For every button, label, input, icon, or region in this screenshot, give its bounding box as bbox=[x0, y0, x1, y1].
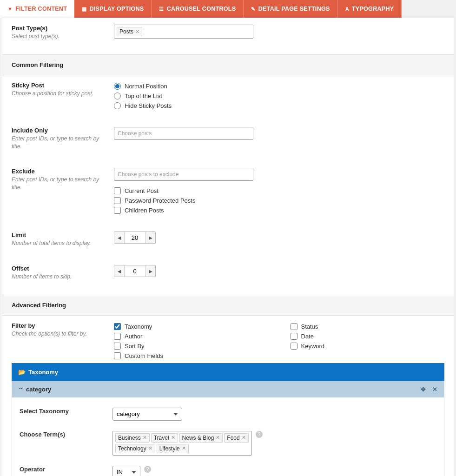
folder-icon: 📂 bbox=[18, 369, 26, 376]
taxonomy-term-header[interactable]: ﹀ category ✥ ✕ bbox=[12, 381, 444, 397]
settings-tabs: ▼ FILTER CONTENT ▦ DISPLAY OPTIONS ☰ CAR… bbox=[0, 0, 456, 18]
tab-label: DETAIL PAGE SETTINGS bbox=[258, 6, 330, 12]
sticky-option[interactable]: Top of the List bbox=[114, 93, 444, 99]
include-only-row: Include Only Enter post IDs, or type to … bbox=[2, 113, 454, 154]
limit-input[interactable] bbox=[125, 232, 145, 243]
sticky-radio-hide[interactable] bbox=[114, 102, 121, 109]
edit-icon: ✎ bbox=[251, 6, 255, 12]
term-token[interactable]: Travel✕ bbox=[151, 433, 178, 443]
filter-by-option[interactable]: Status bbox=[291, 323, 445, 330]
term-token[interactable]: News & Blog✕ bbox=[179, 433, 223, 443]
option-text: Normal Position bbox=[125, 83, 167, 90]
sticky-radio-top[interactable] bbox=[114, 93, 121, 99]
remove-term-icon[interactable]: ✕ bbox=[432, 386, 437, 393]
select-taxonomy-row: Select Taxonomy category bbox=[20, 404, 436, 427]
select-taxonomy-dropdown[interactable]: category bbox=[112, 408, 182, 421]
term-token[interactable]: Business✕ bbox=[115, 433, 150, 443]
offset-increment[interactable]: ▶ bbox=[145, 265, 155, 277]
include-input[interactable] bbox=[117, 129, 251, 138]
sticky-radio-normal[interactable] bbox=[114, 83, 121, 90]
filter-by-status[interactable] bbox=[291, 323, 297, 330]
token-remove-icon[interactable]: ✕ bbox=[171, 435, 175, 441]
exclude-current-post[interactable] bbox=[114, 187, 121, 194]
option-text: Taxonomy bbox=[125, 323, 152, 330]
option-text: Current Post bbox=[125, 187, 159, 194]
token-remove-icon[interactable]: ✕ bbox=[182, 445, 186, 451]
token-remove-icon[interactable]: ✕ bbox=[143, 435, 147, 441]
tab-display-options[interactable]: ▦ DISPLAY OPTIONS bbox=[74, 0, 152, 18]
option-text: Top of the List bbox=[125, 93, 162, 99]
taxonomy-title: Taxonomy bbox=[28, 369, 58, 376]
token-remove-icon[interactable]: ✕ bbox=[216, 435, 220, 441]
choose-terms-input[interactable]: Business✕Travel✕News & Blog✕Food✕Technol… bbox=[112, 431, 252, 456]
post-types-input[interactable]: Posts ✕ bbox=[114, 25, 253, 39]
filter-by-option[interactable]: Taxonomy bbox=[114, 323, 268, 330]
filter-by-custom-fields[interactable] bbox=[114, 352, 121, 359]
sticky-option[interactable]: Normal Position bbox=[114, 83, 444, 90]
exclude-children-posts[interactable] bbox=[114, 207, 121, 214]
filter-by-taxonomy[interactable] bbox=[114, 323, 121, 330]
term-token[interactable]: Technology✕ bbox=[115, 444, 155, 453]
token-remove-icon[interactable]: ✕ bbox=[148, 445, 152, 451]
filter-by-option[interactable]: Author bbox=[114, 333, 268, 340]
sliders-icon: ☰ bbox=[159, 6, 164, 12]
limit-decrement[interactable]: ◀ bbox=[114, 232, 125, 243]
token-remove-icon[interactable]: ✕ bbox=[135, 29, 139, 35]
filter-by-desc: Check the option(s) to filter by. bbox=[12, 330, 106, 338]
filter-by-author[interactable] bbox=[114, 333, 121, 340]
post-types-desc: Select post type(s). bbox=[12, 33, 106, 40]
tab-carousel-controls[interactable]: ☰ CAROUSEL CONTROLS bbox=[152, 0, 244, 18]
tab-detail-page-settings[interactable]: ✎ DETAIL PAGE SETTINGS bbox=[244, 0, 337, 18]
operator-row: Operator IN ? bbox=[20, 462, 436, 476]
exclude-password-protected[interactable] bbox=[114, 197, 121, 204]
filter-by-option[interactable]: Custom Fields bbox=[114, 352, 268, 359]
filter-by-option[interactable]: Date bbox=[291, 333, 445, 340]
option-text: Date bbox=[301, 333, 314, 340]
option-text: Password Protected Posts bbox=[125, 197, 195, 204]
tab-typography[interactable]: A TYPOGRAPHY bbox=[338, 0, 402, 18]
token-text: Travel bbox=[154, 435, 169, 441]
section-common-filtering: Common Filtering bbox=[2, 54, 454, 75]
filter-by-option[interactable]: Sort By bbox=[114, 343, 268, 350]
filter-by-keyword[interactable] bbox=[291, 343, 297, 350]
sticky-option[interactable]: Hide Sticky Posts bbox=[114, 102, 444, 109]
tab-label: FILTER CONTENT bbox=[15, 6, 67, 12]
exclude-input-wrap[interactable] bbox=[114, 168, 253, 181]
exclude-option[interactable]: Children Posts bbox=[114, 207, 444, 214]
term-token[interactable]: Food✕ bbox=[224, 433, 248, 443]
select-taxonomy-label: Select Taxonomy bbox=[20, 408, 112, 415]
token-text: Food bbox=[227, 435, 239, 441]
token-text: Posts bbox=[119, 28, 133, 35]
choose-terms-label: Choose Term(s) bbox=[20, 431, 112, 438]
tab-filter-content[interactable]: ▼ FILTER CONTENT bbox=[0, 0, 74, 18]
exclude-label: Exclude bbox=[12, 168, 106, 175]
filter-by-sort[interactable] bbox=[114, 343, 121, 350]
post-type-token[interactable]: Posts ✕ bbox=[117, 27, 142, 36]
taxonomy-accordion-header[interactable]: 📂 Taxonomy bbox=[12, 363, 444, 381]
help-icon[interactable]: ? bbox=[144, 466, 151, 473]
offset-input[interactable] bbox=[125, 265, 145, 277]
tab-label: TYPOGRAPHY bbox=[352, 6, 394, 12]
operator-dropdown[interactable]: IN bbox=[112, 466, 140, 476]
exclude-input[interactable] bbox=[117, 170, 251, 178]
exclude-desc: Enter post IDs, or type to search by tit… bbox=[12, 176, 106, 192]
exclude-option[interactable]: Password Protected Posts bbox=[114, 197, 444, 204]
token-remove-icon[interactable]: ✕ bbox=[242, 435, 246, 441]
filter-by-label: Filter by bbox=[12, 322, 106, 329]
term-token[interactable]: Lifestyle✕ bbox=[157, 444, 189, 453]
limit-increment[interactable]: ▶ bbox=[145, 232, 155, 243]
include-input-wrap[interactable] bbox=[114, 127, 253, 140]
filter-by-date[interactable] bbox=[291, 333, 297, 340]
offset-decrement[interactable]: ◀ bbox=[114, 265, 125, 277]
filter-by-option[interactable]: Keyword bbox=[291, 343, 445, 350]
help-icon[interactable]: ? bbox=[256, 431, 263, 438]
include-label: Include Only bbox=[12, 127, 106, 134]
token-text: Technology bbox=[118, 445, 146, 452]
limit-label: Limit bbox=[12, 231, 106, 238]
include-desc: Enter post IDs, or type to search by tit… bbox=[12, 135, 106, 151]
offset-label: Offset bbox=[12, 265, 106, 272]
taxonomy-term-panel: ﹀ category ✥ ✕ Select Taxonomy category … bbox=[12, 381, 444, 476]
move-handle-icon[interactable]: ✥ bbox=[421, 386, 426, 393]
option-text: Sort By bbox=[125, 343, 145, 350]
exclude-option[interactable]: Current Post bbox=[114, 187, 444, 194]
